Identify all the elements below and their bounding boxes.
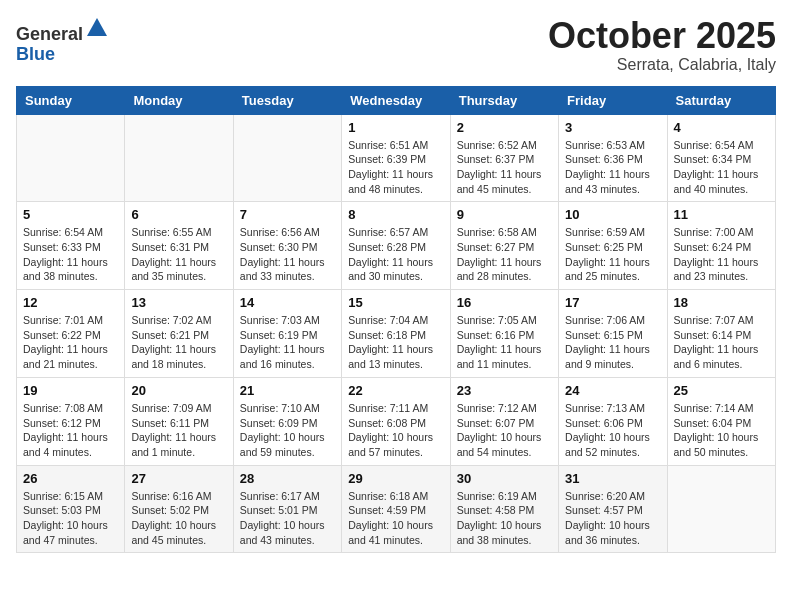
day-number: 22 <box>348 383 443 398</box>
day-number: 19 <box>23 383 118 398</box>
calendar-header-friday: Friday <box>559 86 667 114</box>
day-info: Sunrise: 6:58 AM Sunset: 6:27 PM Dayligh… <box>457 225 552 284</box>
day-info: Sunrise: 7:02 AM Sunset: 6:21 PM Dayligh… <box>131 313 226 372</box>
calendar-cell <box>17 114 125 202</box>
calendar-cell: 27Sunrise: 6:16 AM Sunset: 5:02 PM Dayli… <box>125 465 233 553</box>
svg-marker-0 <box>87 18 107 36</box>
day-number: 7 <box>240 207 335 222</box>
day-number: 15 <box>348 295 443 310</box>
day-number: 18 <box>674 295 769 310</box>
day-number: 13 <box>131 295 226 310</box>
day-number: 2 <box>457 120 552 135</box>
calendar-cell: 22Sunrise: 7:11 AM Sunset: 6:08 PM Dayli… <box>342 377 450 465</box>
day-number: 12 <box>23 295 118 310</box>
calendar-cell <box>667 465 775 553</box>
calendar-header-saturday: Saturday <box>667 86 775 114</box>
calendar-cell: 21Sunrise: 7:10 AM Sunset: 6:09 PM Dayli… <box>233 377 341 465</box>
day-number: 5 <box>23 207 118 222</box>
calendar-cell: 16Sunrise: 7:05 AM Sunset: 6:16 PM Dayli… <box>450 290 558 378</box>
location: Serrata, Calabria, Italy <box>548 56 776 74</box>
day-number: 16 <box>457 295 552 310</box>
day-number: 14 <box>240 295 335 310</box>
calendar-cell: 8Sunrise: 6:57 AM Sunset: 6:28 PM Daylig… <box>342 202 450 290</box>
day-number: 17 <box>565 295 660 310</box>
day-number: 30 <box>457 471 552 486</box>
day-info: Sunrise: 6:52 AM Sunset: 6:37 PM Dayligh… <box>457 138 552 197</box>
calendar-cell: 20Sunrise: 7:09 AM Sunset: 6:11 PM Dayli… <box>125 377 233 465</box>
calendar-header-tuesday: Tuesday <box>233 86 341 114</box>
day-info: Sunrise: 7:07 AM Sunset: 6:14 PM Dayligh… <box>674 313 769 372</box>
calendar-week-row: 19Sunrise: 7:08 AM Sunset: 6:12 PM Dayli… <box>17 377 776 465</box>
day-info: Sunrise: 7:03 AM Sunset: 6:19 PM Dayligh… <box>240 313 335 372</box>
logo-blue: Blue <box>16 44 55 64</box>
calendar-cell: 2Sunrise: 6:52 AM Sunset: 6:37 PM Daylig… <box>450 114 558 202</box>
calendar-header-sunday: Sunday <box>17 86 125 114</box>
day-info: Sunrise: 6:55 AM Sunset: 6:31 PM Dayligh… <box>131 225 226 284</box>
day-info: Sunrise: 7:05 AM Sunset: 6:16 PM Dayligh… <box>457 313 552 372</box>
day-number: 20 <box>131 383 226 398</box>
day-info: Sunrise: 6:57 AM Sunset: 6:28 PM Dayligh… <box>348 225 443 284</box>
day-number: 25 <box>674 383 769 398</box>
calendar-cell: 28Sunrise: 6:17 AM Sunset: 5:01 PM Dayli… <box>233 465 341 553</box>
calendar-cell: 19Sunrise: 7:08 AM Sunset: 6:12 PM Dayli… <box>17 377 125 465</box>
title-block: October 2025 Serrata, Calabria, Italy <box>548 16 776 74</box>
calendar-header-thursday: Thursday <box>450 86 558 114</box>
day-number: 10 <box>565 207 660 222</box>
day-number: 21 <box>240 383 335 398</box>
day-number: 28 <box>240 471 335 486</box>
calendar-cell: 26Sunrise: 6:15 AM Sunset: 5:03 PM Dayli… <box>17 465 125 553</box>
month-title: October 2025 <box>548 16 776 56</box>
calendar-cell: 13Sunrise: 7:02 AM Sunset: 6:21 PM Dayli… <box>125 290 233 378</box>
calendar-week-row: 1Sunrise: 6:51 AM Sunset: 6:39 PM Daylig… <box>17 114 776 202</box>
day-info: Sunrise: 7:09 AM Sunset: 6:11 PM Dayligh… <box>131 401 226 460</box>
day-info: Sunrise: 6:17 AM Sunset: 5:01 PM Dayligh… <box>240 489 335 548</box>
day-info: Sunrise: 7:10 AM Sunset: 6:09 PM Dayligh… <box>240 401 335 460</box>
day-info: Sunrise: 6:56 AM Sunset: 6:30 PM Dayligh… <box>240 225 335 284</box>
calendar-week-row: 5Sunrise: 6:54 AM Sunset: 6:33 PM Daylig… <box>17 202 776 290</box>
calendar-cell: 18Sunrise: 7:07 AM Sunset: 6:14 PM Dayli… <box>667 290 775 378</box>
day-number: 24 <box>565 383 660 398</box>
day-info: Sunrise: 6:20 AM Sunset: 4:57 PM Dayligh… <box>565 489 660 548</box>
calendar-cell: 31Sunrise: 6:20 AM Sunset: 4:57 PM Dayli… <box>559 465 667 553</box>
calendar-cell: 30Sunrise: 6:19 AM Sunset: 4:58 PM Dayli… <box>450 465 558 553</box>
day-number: 31 <box>565 471 660 486</box>
day-info: Sunrise: 7:00 AM Sunset: 6:24 PM Dayligh… <box>674 225 769 284</box>
day-info: Sunrise: 6:59 AM Sunset: 6:25 PM Dayligh… <box>565 225 660 284</box>
calendar-cell: 10Sunrise: 6:59 AM Sunset: 6:25 PM Dayli… <box>559 202 667 290</box>
calendar-cell: 7Sunrise: 6:56 AM Sunset: 6:30 PM Daylig… <box>233 202 341 290</box>
day-info: Sunrise: 6:51 AM Sunset: 6:39 PM Dayligh… <box>348 138 443 197</box>
day-number: 29 <box>348 471 443 486</box>
calendar-cell: 29Sunrise: 6:18 AM Sunset: 4:59 PM Dayli… <box>342 465 450 553</box>
calendar-cell: 23Sunrise: 7:12 AM Sunset: 6:07 PM Dayli… <box>450 377 558 465</box>
calendar-cell: 3Sunrise: 6:53 AM Sunset: 6:36 PM Daylig… <box>559 114 667 202</box>
calendar-cell <box>125 114 233 202</box>
day-info: Sunrise: 7:06 AM Sunset: 6:15 PM Dayligh… <box>565 313 660 372</box>
day-info: Sunrise: 6:16 AM Sunset: 5:02 PM Dayligh… <box>131 489 226 548</box>
day-info: Sunrise: 7:08 AM Sunset: 6:12 PM Dayligh… <box>23 401 118 460</box>
calendar-cell: 5Sunrise: 6:54 AM Sunset: 6:33 PM Daylig… <box>17 202 125 290</box>
logo-icon <box>85 16 109 40</box>
day-info: Sunrise: 7:01 AM Sunset: 6:22 PM Dayligh… <box>23 313 118 372</box>
calendar-table: SundayMondayTuesdayWednesdayThursdayFrid… <box>16 86 776 554</box>
day-info: Sunrise: 6:19 AM Sunset: 4:58 PM Dayligh… <box>457 489 552 548</box>
calendar-cell: 11Sunrise: 7:00 AM Sunset: 6:24 PM Dayli… <box>667 202 775 290</box>
calendar-week-row: 12Sunrise: 7:01 AM Sunset: 6:22 PM Dayli… <box>17 290 776 378</box>
calendar-cell: 25Sunrise: 7:14 AM Sunset: 6:04 PM Dayli… <box>667 377 775 465</box>
day-number: 6 <box>131 207 226 222</box>
day-info: Sunrise: 6:18 AM Sunset: 4:59 PM Dayligh… <box>348 489 443 548</box>
day-number: 1 <box>348 120 443 135</box>
day-number: 23 <box>457 383 552 398</box>
calendar-cell: 1Sunrise: 6:51 AM Sunset: 6:39 PM Daylig… <box>342 114 450 202</box>
calendar-header-row: SundayMondayTuesdayWednesdayThursdayFrid… <box>17 86 776 114</box>
day-number: 3 <box>565 120 660 135</box>
calendar-cell: 15Sunrise: 7:04 AM Sunset: 6:18 PM Dayli… <box>342 290 450 378</box>
day-info: Sunrise: 7:11 AM Sunset: 6:08 PM Dayligh… <box>348 401 443 460</box>
day-info: Sunrise: 7:13 AM Sunset: 6:06 PM Dayligh… <box>565 401 660 460</box>
calendar-cell: 14Sunrise: 7:03 AM Sunset: 6:19 PM Dayli… <box>233 290 341 378</box>
page-header: General Blue October 2025 Serrata, Calab… <box>16 16 776 74</box>
calendar-cell: 6Sunrise: 6:55 AM Sunset: 6:31 PM Daylig… <box>125 202 233 290</box>
day-number: 9 <box>457 207 552 222</box>
calendar-cell: 17Sunrise: 7:06 AM Sunset: 6:15 PM Dayli… <box>559 290 667 378</box>
day-number: 27 <box>131 471 226 486</box>
day-info: Sunrise: 7:14 AM Sunset: 6:04 PM Dayligh… <box>674 401 769 460</box>
